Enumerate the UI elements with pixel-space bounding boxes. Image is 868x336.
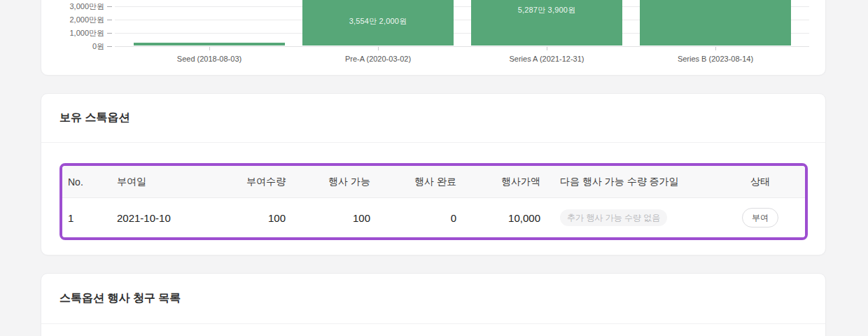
- y-axis-tick: [107, 46, 112, 47]
- stock-option-table-row[interactable]: 1 2021-10-10 100 100 0 10,000 추가 행사 가능 수…: [62, 198, 805, 237]
- cell-grant-date: 2021-10-10: [111, 212, 241, 224]
- cell-no: 1: [62, 212, 111, 224]
- cell-exercise-price: 10,000: [462, 212, 546, 224]
- x-axis-tick: [547, 47, 547, 50]
- x-axis-label-pre-a: Pre-A (2020-03-02): [287, 55, 469, 64]
- x-axis-label-series-b: Series B (2023-08-14): [624, 55, 806, 64]
- section-title: 보유 스톡옵션: [59, 111, 130, 125]
- funding-chart-panel: 3,000만원 2,000만원 1,000만원 0원 3,554만 2,000원…: [41, 0, 826, 76]
- bar-value-label: 3,554만 2,000원: [349, 16, 407, 27]
- highlighted-stock-options-table: No. 부여일 부여수량 행사 가능 행사 완료 행사가액 다음 행사 가능 수…: [59, 163, 808, 240]
- x-axis-label-series-a: Series A (2021-12-31): [456, 55, 638, 64]
- column-header-next-vesting: 다음 행사 가능 수량 증가일: [546, 176, 715, 188]
- exercise-request-list-panel: 스톡옵션 행사 청구 목록: [41, 273, 826, 336]
- chart-bar-series-b[interactable]: [640, 0, 791, 46]
- y-axis-tick: [107, 20, 112, 20]
- cell-next-vesting: 추가 행사 가능 수량 없음: [546, 209, 715, 226]
- y-axis-label: 0원: [41, 41, 104, 51]
- cell-status: 부여: [715, 208, 805, 227]
- chart-bar-pre-a[interactable]: 3,554만 2,000원: [302, 0, 454, 46]
- gridline-zero: [115, 46, 809, 47]
- x-axis-tick: [209, 47, 210, 50]
- no-additional-vesting-badge: 추가 행사 가능 수량 없음: [560, 209, 667, 226]
- chart-bar-series-a[interactable]: 5,287만 3,900원: [471, 0, 622, 46]
- column-header-granted-qty: 부여수량: [241, 176, 291, 188]
- x-axis-tick: [715, 47, 716, 50]
- chart-bar-seed[interactable]: [134, 43, 285, 46]
- x-axis-tick: [378, 47, 379, 50]
- exercise-request-list-header: 스톡옵션 행사 청구 목록: [41, 274, 825, 324]
- y-axis-tick: [107, 6, 112, 7]
- cell-granted-qty: 100: [241, 212, 291, 224]
- column-header-status: 상태: [715, 176, 805, 188]
- column-header-no: No.: [62, 176, 111, 188]
- owned-stock-options-panel: 보유 스톡옵션 No. 부여일 부여수량 행사 가능 행사 완료 행사가액 다음…: [41, 93, 826, 255]
- section-title: 스톡옵션 행사 청구 목록: [59, 291, 181, 306]
- bar-value-label: 5,287만 3,900원: [518, 5, 576, 15]
- funding-valuation-chart: 3,000만원 2,000만원 1,000만원 0원 3,554만 2,000원…: [41, 0, 825, 75]
- column-header-grant-date: 부여일: [111, 176, 241, 188]
- status-badge-granted: 부여: [742, 208, 778, 227]
- x-axis-label-seed: Seed (2018-08-03): [118, 55, 300, 64]
- y-axis-label: 2,000만원: [41, 15, 104, 24]
- column-header-exercise-price: 행사가액: [462, 176, 546, 188]
- column-header-exercised: 행사 완료: [376, 176, 462, 188]
- y-axis-label: 3,000만원: [41, 1, 104, 11]
- y-axis-label: 1,000만원: [41, 28, 104, 38]
- y-axis-tick: [107, 33, 112, 34]
- column-header-exercisable: 행사 가능: [291, 176, 376, 188]
- owned-stock-options-header: 보유 스톡옵션: [41, 94, 825, 143]
- cell-exercisable: 100: [291, 212, 376, 224]
- cell-exercised: 0: [376, 212, 462, 224]
- table-header-row: No. 부여일 부여수량 행사 가능 행사 완료 행사가액 다음 행사 가능 수…: [62, 166, 805, 198]
